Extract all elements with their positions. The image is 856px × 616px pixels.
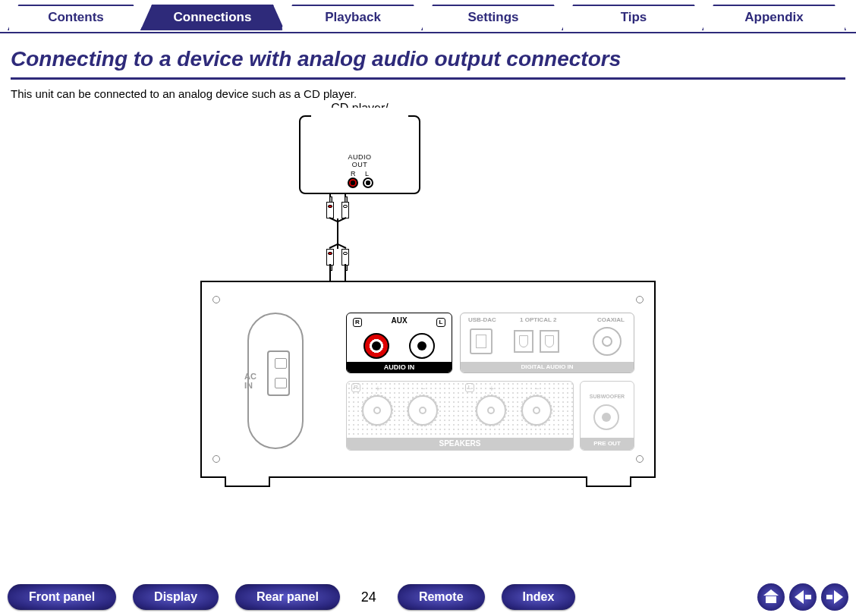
usb-dac-label: USB-DAC xyxy=(468,316,496,323)
optical-port-2-icon xyxy=(540,330,559,353)
remote-button[interactable]: Remote xyxy=(398,584,485,610)
rear-panel-button[interactable]: Rear panel xyxy=(235,584,340,610)
tab-playback[interactable]: Playback xyxy=(281,5,425,30)
tab-connections[interactable]: Connections xyxy=(140,5,285,30)
title-rule xyxy=(11,77,845,80)
audio-in-label: AUDIO IN xyxy=(347,362,452,372)
front-panel-button[interactable]: Front panel xyxy=(8,584,116,610)
arrow-right-icon xyxy=(834,590,843,604)
top-tab-bar: Contents Connections Playback Settings T… xyxy=(0,0,856,33)
arrow-left-icon xyxy=(795,590,804,604)
aux-l-label: L xyxy=(436,318,445,327)
source-jack-l xyxy=(363,178,373,188)
amplifier-rear-panel: AC IN R AUX L AUDIO IN USB-DAC 1 OPTICAL… xyxy=(200,281,656,478)
index-button[interactable]: Index xyxy=(502,584,576,610)
speakers-label: SPEAKERS xyxy=(347,438,573,450)
source-device-box: AUDIO OUT R L xyxy=(299,115,420,194)
next-page-button[interactable] xyxy=(821,583,848,611)
audio-out-label: AUDIO OUT xyxy=(301,153,419,168)
speakers-plate: R +− L +− SPEAKERS xyxy=(346,381,574,451)
digital-audio-in-label: DIGITAL AUDIO IN xyxy=(461,362,634,372)
amp-foot-icon xyxy=(586,476,631,487)
aux-audio-in-plate: R AUX L AUDIO IN xyxy=(346,313,452,373)
subwoofer-preout-plate: SUBWOOFER PRE OUT xyxy=(580,381,634,451)
usb-dac-port-icon xyxy=(470,328,493,354)
optical-port-1-icon xyxy=(514,330,533,353)
binding-post-icon xyxy=(408,395,438,426)
prev-page-button[interactable] xyxy=(789,583,817,611)
optical-label: 1 OPTICAL 2 xyxy=(520,316,556,323)
display-button[interactable]: Display xyxy=(133,584,219,610)
binding-post-icon xyxy=(362,395,392,426)
rca-plug-red-bottom xyxy=(326,249,334,266)
speaker-r-label: R xyxy=(351,383,360,392)
home-icon xyxy=(764,591,778,603)
amp-foot-icon xyxy=(225,476,270,487)
coaxial-port-icon xyxy=(593,327,622,356)
ac-in-label: AC IN xyxy=(244,372,256,390)
page-title: Connecting to a device with analog audio… xyxy=(0,33,856,74)
ac-inlet-icon xyxy=(267,350,290,396)
rca-plug-white-top xyxy=(341,202,349,218)
tab-tips[interactable]: Tips xyxy=(562,5,706,30)
tab-settings[interactable]: Settings xyxy=(421,5,565,30)
rl-label: R L xyxy=(301,170,419,178)
subwoofer-label: SUBWOOFER xyxy=(581,394,634,399)
source-jack-r xyxy=(348,178,358,188)
tab-contents[interactable]: Contents xyxy=(8,5,144,30)
tab-appendix[interactable]: Appendix xyxy=(702,5,846,30)
binding-post-icon xyxy=(521,395,552,426)
coaxial-label: COAXIAL xyxy=(597,316,625,323)
speaker-l-label: L xyxy=(465,383,474,392)
page-number: 24 xyxy=(357,589,381,605)
bottom-nav-bar: Front panel Display Rear panel 24 Remote… xyxy=(0,578,856,616)
subwoofer-rca-icon xyxy=(593,404,619,430)
rca-plug-red-top xyxy=(326,202,334,218)
connection-diagram: CD player/ Analog device AUDIO OUT R L A… xyxy=(0,106,856,531)
aux-rca-l xyxy=(409,333,435,359)
binding-post-icon xyxy=(476,395,506,426)
pre-out-label: PRE OUT xyxy=(581,438,634,450)
digital-audio-in-plate: USB-DAC 1 OPTICAL 2 COAXIAL DIGITAL AUDI… xyxy=(460,313,634,373)
home-button[interactable] xyxy=(757,583,785,611)
rca-plug-white-bottom xyxy=(341,249,349,266)
aux-rca-r xyxy=(363,333,389,359)
